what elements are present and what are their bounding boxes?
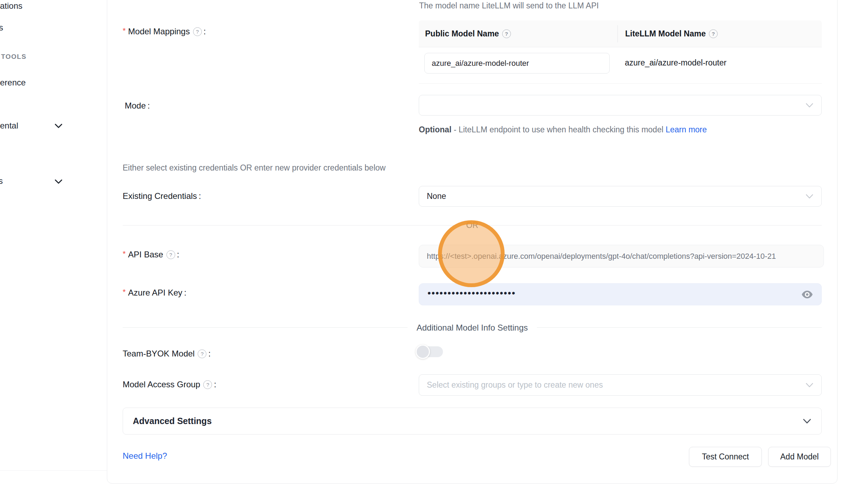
help-icon[interactable]: ? (502, 29, 511, 38)
chevron-down-icon[interactable] (54, 123, 63, 129)
mode-label: Mode: (125, 101, 150, 111)
public-model-name-helper: The model name LiteLLM will send to the … (419, 1, 599, 11)
additional-settings-title: Additional Model Info Settings (408, 323, 537, 333)
click-indicator-circle (438, 220, 505, 287)
sidebar-item-1[interactable]: s (0, 23, 3, 33)
model-mappings-label: * Model Mappings ? : (123, 27, 206, 36)
team-byok-label: Team-BYOK Model ? : (123, 349, 211, 359)
optional-emphasis: Optional (419, 125, 451, 134)
help-icon[interactable]: ? (709, 29, 718, 38)
existing-credentials-label: Existing Credentials: (123, 191, 201, 201)
advanced-settings-header[interactable]: Advanced Settings (123, 408, 822, 435)
toggle-knob (416, 345, 430, 359)
column-litellm-model-name: LiteLLM Model Name ? (617, 29, 719, 39)
mode-select[interactable] (419, 95, 822, 116)
chevron-down-icon (805, 103, 814, 108)
model-mappings-table-header: Public Model Name ? LiteLLM Model Name ? (419, 20, 822, 47)
sidebar-item-experimental[interactable]: ental (0, 121, 18, 131)
public-model-name-input[interactable] (424, 53, 610, 74)
table-row-divider (419, 83, 822, 84)
sidebar-bottom-divider (0, 470, 107, 471)
chevron-down-icon (805, 194, 814, 199)
sidebar-item-settings[interactable]: s (0, 176, 3, 186)
help-icon[interactable]: ? (203, 380, 212, 389)
column-divider (617, 25, 618, 42)
access-group-placeholder: Select existing groups or type to create… (427, 380, 603, 390)
eye-icon[interactable] (801, 290, 813, 299)
help-icon[interactable]: ? (193, 27, 202, 36)
sidebar-item-reference[interactable]: erence (0, 78, 26, 88)
learn-more-link[interactable]: Learn more (665, 125, 707, 134)
column-public-model-name: Public Model Name ? (419, 29, 617, 39)
existing-credentials-select[interactable]: None (419, 186, 822, 207)
advanced-settings-title: Advanced Settings (133, 416, 212, 426)
model-access-group-label: Model Access Group ? : (123, 380, 216, 389)
masked-key-value: •••••••••••••••••••••• (428, 289, 516, 298)
mode-helper-text: Optional - LiteLLM endpoint to use when … (419, 123, 811, 137)
litellm-model-name-value: azure_ai/azure-model-router (625, 58, 726, 68)
test-connect-button[interactable]: Test Connect (689, 447, 762, 467)
api-base-label: * API Base ? : (123, 250, 179, 259)
required-asterisk: * (123, 26, 126, 35)
team-byok-toggle[interactable] (417, 346, 443, 357)
azure-api-key-input[interactable]: •••••••••••••••••••••• (419, 283, 822, 305)
additional-settings-divider: Additional Model Info Settings (123, 321, 822, 334)
help-icon[interactable]: ? (198, 349, 206, 358)
azure-api-key-label: * Azure API Key : (123, 288, 186, 298)
existing-credentials-value: None (427, 192, 446, 201)
sidebar-section-tools: TOOLS (1, 53, 27, 61)
public-model-name-field (424, 53, 610, 74)
required-asterisk: * (123, 249, 126, 258)
credentials-note: Either select existing credentials OR en… (123, 163, 385, 173)
chevron-down-icon (802, 418, 812, 424)
model-access-group-select[interactable]: Select existing groups or type to create… (419, 374, 822, 396)
chevron-down-icon[interactable] (54, 179, 63, 185)
chevron-down-icon (805, 382, 814, 388)
sidebar-item-organizations[interactable]: ations (0, 1, 22, 11)
required-asterisk: * (123, 287, 126, 297)
need-help-link[interactable]: Need Help? (123, 451, 167, 461)
add-model-button[interactable]: Add Model (768, 447, 831, 467)
help-icon[interactable]: ? (166, 250, 175, 259)
